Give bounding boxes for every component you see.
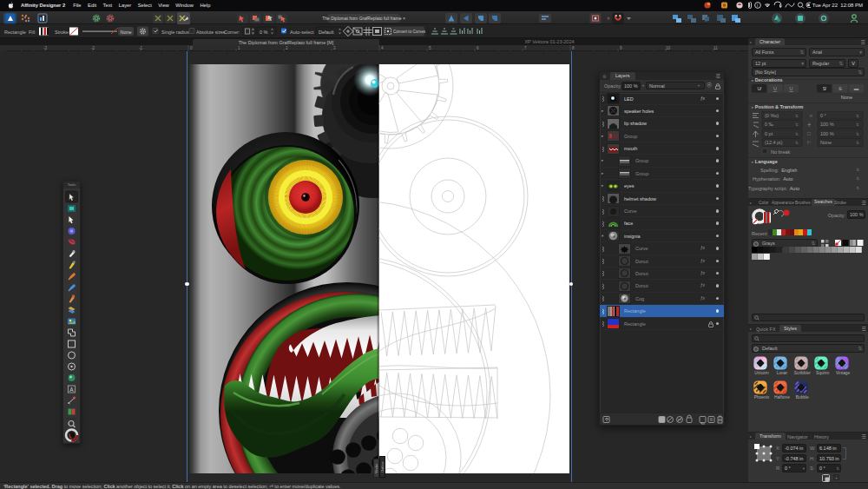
svg-text:Corner:: Corner:	[224, 30, 240, 35]
svg-text:0 pt: 0 pt	[765, 131, 773, 136]
svg-text:Fill:: Fill:	[29, 30, 36, 35]
svg-text:□: □	[807, 131, 811, 136]
svg-text:⇅: ⇅	[856, 141, 859, 145]
svg-text:Stroke:: Stroke:	[55, 30, 70, 35]
svg-text:Single radius: Single radius	[161, 30, 189, 35]
svg-text:U: U	[790, 86, 793, 91]
svg-text:(12.4 pt): (12.4 pt)	[765, 140, 783, 145]
svg-text:-3: -3	[43, 46, 47, 50]
svg-text:None: None	[120, 30, 131, 35]
svg-text:8: 8	[572, 46, 575, 50]
svg-text:Default: Default	[319, 30, 334, 35]
svg-text:9: 9	[620, 46, 622, 50]
svg-text:11: 11	[713, 46, 718, 50]
svg-text:-2: -2	[91, 46, 95, 50]
svg-text:⇅: ⇅	[795, 122, 799, 127]
svg-text:7: 7	[524, 46, 527, 50]
svg-text:4: 4	[381, 46, 384, 50]
svg-text:6: 6	[477, 46, 479, 50]
svg-text:Absolute sizes: Absolute sizes	[196, 30, 226, 35]
svg-text:⇅: ⇅	[795, 141, 799, 145]
svg-text:3: 3	[333, 46, 336, 50]
svg-text:⊢: ⊢	[807, 140, 812, 145]
svg-text:100 %: 100 %	[820, 122, 834, 127]
svg-text:The Diplomat from GrafReplato: The Diplomat from GrafReplato full frame…	[322, 16, 405, 21]
svg-text:100 %: 100 %	[820, 131, 834, 136]
svg-text:⇅: ⇅	[795, 114, 799, 118]
svg-text:(0 %u): (0 %u)	[765, 113, 779, 118]
svg-text:▬: ▬	[854, 86, 859, 91]
svg-text:⇅: ⇅	[856, 114, 859, 118]
svg-text:0: 0	[190, 46, 193, 50]
svg-text:Rectangle: Rectangle	[4, 30, 26, 35]
svg-text:1: 1	[238, 46, 240, 50]
svg-text:0 ‰: 0 ‰	[765, 122, 774, 127]
svg-text:⇅: ⇅	[795, 132, 799, 136]
svg-text:i: i	[757, 3, 758, 8]
svg-text:No break: No break	[771, 149, 791, 155]
svg-text:⇅: ⇅	[856, 122, 859, 127]
svg-text:⇅: ⇅	[856, 132, 859, 136]
svg-text:-1: -1	[139, 46, 142, 50]
svg-text:≍: ≍	[809, 113, 813, 118]
svg-text:2: 2	[286, 46, 288, 50]
svg-text:0 °: 0 °	[820, 113, 826, 118]
svg-text:S: S	[838, 86, 842, 91]
svg-text:U: U	[773, 86, 777, 91]
svg-text:Auto-select: Auto-select	[290, 30, 314, 35]
svg-text:0 %: 0 %	[260, 30, 268, 35]
svg-text:5: 5	[429, 46, 431, 50]
svg-text:None: None	[820, 140, 832, 145]
svg-text:10: 10	[666, 46, 671, 50]
svg-text:Convert to Curves: Convert to Curves	[393, 30, 426, 34]
svg-text:A: A	[69, 387, 74, 393]
svg-text:♰: ♰	[807, 122, 812, 128]
